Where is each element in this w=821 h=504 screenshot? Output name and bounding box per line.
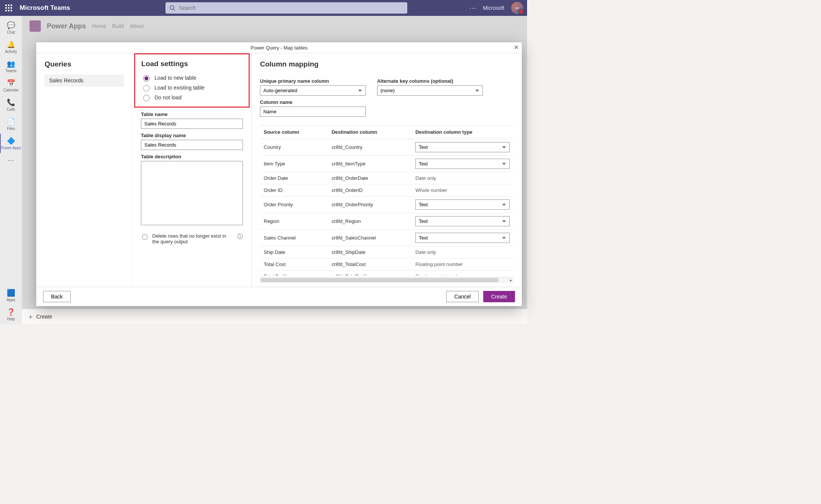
org-label: Microsoft [483, 5, 504, 11]
mapping-table: Source column Destination column Destina… [260, 125, 513, 275]
files-icon: 📄 [7, 117, 15, 126]
svg-line-1 [173, 9, 175, 11]
table-name-label: Table name [141, 111, 243, 117]
type-select[interactable]: Text [415, 199, 510, 210]
table-desc-input[interactable] [141, 161, 243, 225]
rail-label: Activity [5, 49, 17, 54]
calendar-icon: 📅 [7, 79, 15, 87]
cell-source: Region [260, 213, 328, 230]
table-desc-label: Table description [141, 154, 243, 159]
cell-source: Total Cost [260, 258, 328, 271]
load-settings-title: Load settings [141, 60, 243, 68]
load-settings-highlight: Load settings Load to new table Load to … [134, 53, 250, 108]
rail-chat[interactable]: 💬Chat [1, 18, 21, 37]
table-name-input[interactable] [141, 119, 243, 129]
cell-type: Text [411, 139, 513, 156]
more-rail-icon[interactable]: ⋯ [8, 153, 14, 167]
dialog-footer: Back Cancel Create [36, 287, 522, 306]
cell-destination: cr8fd_Country [328, 139, 412, 156]
queries-title: Queries [45, 60, 124, 68]
rail-calls[interactable]: 📞Calls [1, 95, 21, 114]
map-tables-dialog: Power Query - Map tables ✕ Queries Sales… [36, 42, 522, 306]
table-row: Order IDcr8fd_OrderIDWhole number [260, 184, 513, 196]
table-row: Order Prioritycr8fd_OrderPriorityText [260, 196, 513, 213]
dialog-header: Power Query - Map tables ✕ [36, 42, 522, 53]
rail-powerapps[interactable]: 🔷Power Apps [0, 134, 21, 153]
rail-label: Teams [5, 69, 16, 73]
svg-point-0 [170, 6, 174, 9]
altkey-select[interactable]: (none) [377, 85, 483, 96]
rail-label: Calendar [3, 88, 19, 92]
unique-col-label: Unique primary name column [260, 78, 366, 84]
horizontal-scrollbar[interactable]: ◂▸ [260, 277, 513, 283]
dialog-title: Power Query - Map tables [250, 45, 308, 51]
th-dest: Destination column [328, 125, 412, 139]
rail-teams[interactable]: 👥Teams [1, 57, 21, 76]
back-button[interactable]: Back [43, 291, 71, 302]
apps-icon: 🟦 [7, 289, 15, 297]
powerapps-icon: 🔷 [7, 137, 15, 145]
table-display-input[interactable] [141, 140, 243, 150]
search-icon [169, 5, 175, 11]
cell-destination: cr8fd_ShipDate [328, 246, 412, 258]
radio-load-existing[interactable]: Load to existing table [141, 84, 243, 91]
cell-source: Order Priority [260, 196, 328, 213]
column-mapping-title: Column mapping [260, 60, 513, 68]
help-icon: ❓ [7, 308, 15, 316]
rail-label: Files [7, 127, 15, 131]
cell-source: Ship Date [260, 246, 328, 258]
altkey-label: Alternate key columns (optional) [377, 78, 483, 84]
query-item[interactable]: Sales Records [45, 74, 124, 87]
app-launcher-icon[interactable] [5, 5, 12, 11]
bottom-create-label[interactable]: Create [36, 314, 52, 320]
cell-type: Floating point number [411, 258, 513, 271]
rail-files[interactable]: 📄Files [1, 114, 21, 134]
cell-type: Date only [411, 172, 513, 184]
type-select[interactable]: Text [415, 142, 510, 152]
cell-destination: cr8fd_Region [328, 213, 412, 230]
table-row: Order Datecr8fd_OrderDateDate only [260, 172, 513, 184]
cell-type: Text [411, 196, 513, 213]
rail-calendar[interactable]: 📅Calendar [1, 76, 21, 95]
radio-load-new[interactable]: Load to new table [141, 74, 243, 82]
table-row: Total Costcr8fd_TotalCostFloating point … [260, 258, 513, 271]
more-icon[interactable]: ⋯ [469, 4, 476, 12]
type-select[interactable]: Text [415, 233, 510, 243]
radio-do-not-load[interactable]: Do not load [141, 94, 243, 101]
table-row: Sales Channelcr8fd_SalesChannelText [260, 230, 513, 246]
cell-type: Text [411, 213, 513, 230]
cell-type: Whole number [411, 184, 513, 196]
table-row: Item Typecr8fd_ItemTypeText [260, 156, 513, 172]
avatar[interactable]: MS [511, 2, 523, 14]
col-name-label: Column name [260, 99, 366, 105]
queries-panel: Queries Sales Records [36, 53, 132, 287]
col-name-input[interactable] [260, 107, 366, 117]
rail-bell[interactable]: 🔔Activity [1, 37, 21, 57]
cancel-button[interactable]: Cancel [446, 291, 479, 302]
info-icon[interactable]: ⓘ [237, 233, 243, 240]
delete-rows-checkbox[interactable] [142, 234, 147, 240]
cell-destination: cr8fd_OrderDate [328, 172, 412, 184]
search-input[interactable] [175, 5, 404, 11]
cell-source: Sales Channel [260, 230, 328, 246]
rail-label: Chat [7, 30, 15, 34]
column-mapping-panel: Column mapping Unique primary name colum… [252, 53, 522, 287]
cell-destination: cr8fd_TotalCost [328, 258, 412, 271]
type-select[interactable]: Text [415, 216, 510, 226]
mapping-table-scroll[interactable]: Source column Destination column Destina… [260, 125, 513, 275]
plus-icon[interactable]: ＋ [27, 312, 34, 321]
create-button[interactable]: Create [483, 291, 515, 302]
type-select[interactable]: Text [415, 159, 510, 169]
rail-apps[interactable]: 🟦Apps [7, 286, 15, 305]
th-source: Source column [260, 125, 328, 139]
close-icon[interactable]: ✕ [514, 44, 519, 51]
rail-label: Calls [7, 107, 15, 111]
cell-source: Order Date [260, 172, 328, 184]
cell-type: Text [411, 230, 513, 246]
cell-type: Date only [411, 246, 513, 258]
rail-help[interactable]: ❓Help [7, 305, 15, 324]
unique-col-select[interactable]: Auto-generated [260, 85, 366, 96]
cell-source: Item Type [260, 156, 328, 172]
search-bar[interactable] [165, 2, 407, 14]
th-type: Destination column type [411, 125, 513, 139]
